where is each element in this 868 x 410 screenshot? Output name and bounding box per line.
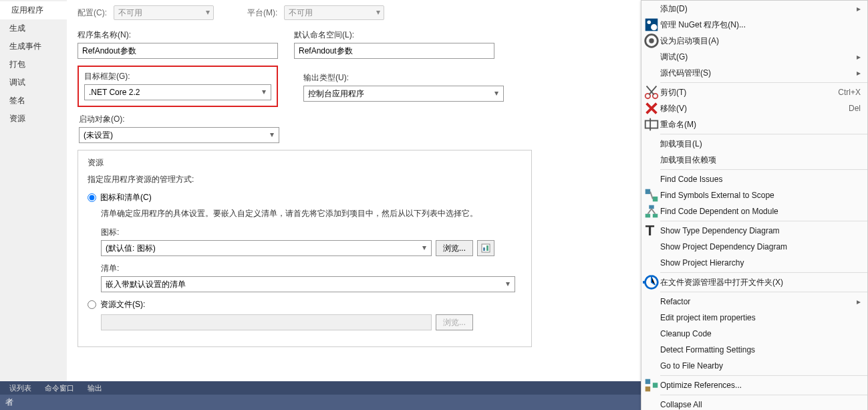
menu-item-17[interactable]: TShow Type Dependency Diagram	[641, 223, 867, 239]
submenu-arrow-icon: ▸	[857, 68, 861, 78]
menu-label: 在文件资源管理器中打开文件夹(X)	[660, 277, 861, 288]
svg-rect-15	[653, 214, 658, 218]
menu-item-8[interactable]: 重命名(M)	[641, 116, 867, 132]
menu-shortcut: Ctrl+X	[838, 88, 861, 97]
menu-item-11[interactable]: 加载项目依赖项	[641, 152, 867, 168]
svg-rect-19	[653, 383, 658, 387]
menu-label: 源代码管理(S)	[660, 68, 857, 79]
assembly-name-label: 程序集名称(N):	[78, 29, 278, 41]
manifest-dropdown[interactable]	[101, 276, 515, 292]
left-tab-6[interactable]: 资源	[0, 110, 67, 128]
menu-item-21[interactable]: 在文件资源管理器中打开文件夹(X)	[641, 274, 867, 290]
resource-file-label: 资源文件(S):	[100, 299, 145, 310]
startup-object-dropdown[interactable]	[79, 127, 279, 143]
icon-manifest-desc: 清单确定应用程序的具体设置。要嵌入自定义清单，请首先将它添加到项目中，然后从以下…	[101, 207, 522, 220]
svg-text:T: T	[645, 222, 655, 239]
menu-label: Detect Formatting Settings	[660, 345, 861, 354]
svg-rect-12	[653, 197, 658, 201]
menu-item-25[interactable]: Cleanup Code	[641, 326, 867, 342]
svg-point-4	[647, 21, 652, 25]
menu-label: 剪切(T)	[660, 87, 838, 98]
left-tab-5[interactable]: 签名	[0, 92, 67, 110]
menu-label: Show Project Hierarchy	[660, 258, 861, 268]
output-type-label: 输出类型(U):	[303, 72, 504, 84]
default-namespace-input[interactable]	[294, 43, 494, 59]
menu-label: Show Project Dependency Diagram	[660, 242, 861, 251]
resource-file-input	[101, 314, 432, 330]
svg-rect-10	[645, 120, 658, 128]
platform-label: 平台(M):	[247, 7, 277, 19]
icon-browse-button[interactable]: 浏览...	[436, 240, 473, 256]
menu-item-1[interactable]: 管理 NuGet 程序包(N)...	[641, 17, 867, 33]
left-tab-3[interactable]: 打包	[0, 56, 67, 74]
icon-manifest-radio[interactable]	[88, 193, 96, 202]
target-framework-dropdown[interactable]	[84, 84, 271, 100]
target-framework-label: 目标框架(G):	[84, 71, 271, 82]
optimize-icon	[643, 377, 660, 394]
resource-file-browse-button: 浏览...	[436, 314, 473, 330]
bottom-tab-2[interactable]: 输出	[81, 382, 109, 395]
menu-label: Show Type Dependency Diagram	[660, 226, 861, 235]
status-left: 者	[5, 397, 13, 408]
menu-label: 管理 NuGet 程序包(N)...	[660, 19, 861, 31]
menu-item-7[interactable]: 移除(V)Del	[641, 100, 867, 116]
menu-item-31[interactable]: Collapse All	[641, 397, 867, 410]
bottom-tab-0[interactable]: 误列表	[3, 382, 38, 395]
assembly-name-input[interactable]	[78, 43, 278, 59]
menu-label: Find Code Issues	[660, 175, 861, 184]
bottom-tab-1[interactable]: 命令窗口	[38, 382, 81, 395]
icon-label: 图标:	[101, 227, 522, 238]
menu-item-3[interactable]: 调试(G)▸	[641, 49, 867, 65]
icon-dropdown[interactable]	[101, 240, 432, 256]
svg-point-7	[649, 38, 654, 43]
menu-shortcut: Del	[849, 104, 861, 113]
menu-label: 添加(D)	[660, 3, 857, 15]
svg-rect-17	[645, 379, 650, 384]
startup-object-label: 启动对象(O):	[79, 114, 279, 125]
left-tab-4[interactable]: 调试	[0, 74, 67, 92]
menu-item-2[interactable]: 设为启动项目(A)	[641, 33, 867, 49]
default-namespace-label: 默认命名空间(L):	[294, 29, 494, 41]
menu-item-26[interactable]: Detect Formatting Settings	[641, 342, 867, 358]
menu-item-23[interactable]: Refactor▸	[641, 294, 867, 310]
menu-label: 调试(G)	[660, 52, 857, 63]
menu-item-18[interactable]: Show Project Dependency Diagram	[641, 239, 867, 255]
left-tab-0[interactable]: 应用程序	[0, 1, 67, 19]
left-tab-2[interactable]: 生成事件	[0, 37, 67, 56]
menu-item-15[interactable]: Find Code Dependent on Module	[641, 203, 867, 219]
menu-item-0[interactable]: 添加(D)▸	[641, 1, 867, 17]
submenu-arrow-icon: ▸	[857, 4, 861, 13]
svg-rect-1	[483, 247, 485, 251]
resource-file-radio[interactable]	[88, 300, 96, 309]
menu-item-10[interactable]: 卸载项目(L)	[641, 136, 867, 152]
target-framework-highlight: 目标框架(G):	[78, 66, 278, 107]
svg-rect-18	[645, 387, 650, 391]
left-tab-1[interactable]: 生成	[0, 19, 67, 37]
menu-item-29[interactable]: Optimize References...	[641, 377, 867, 393]
context-menu: 添加(D)▸管理 NuGet 程序包(N)...设为启动项目(A)调试(G)▸源…	[641, 0, 868, 410]
rename-icon	[643, 116, 660, 133]
menu-label: 重命名(M)	[660, 119, 861, 130]
submenu-arrow-icon: ▸	[857, 297, 861, 306]
menu-item-4[interactable]: 源代码管理(S)▸	[641, 65, 867, 81]
menu-label: 卸载项目(L)	[660, 138, 861, 150]
menu-item-27[interactable]: Go to File Nearby	[641, 358, 867, 374]
resources-group: 资源 指定应用程序资源的管理方式: 图标和清单(C) 清单确定应用程序的具体设置…	[78, 150, 532, 347]
gear-icon	[643, 32, 660, 49]
remove-icon	[643, 100, 660, 117]
output-type-dropdown[interactable]	[303, 86, 504, 102]
menu-item-24[interactable]: Edit project item properties	[641, 310, 867, 326]
icon-manifest-label: 图标和清单(C)	[100, 192, 152, 203]
menu-item-19[interactable]: Show Project Hierarchy	[641, 255, 867, 271]
menu-item-14[interactable]: Find Symbols External to Scope	[641, 187, 867, 203]
manifest-label: 清单:	[101, 263, 522, 274]
svg-rect-11	[645, 189, 650, 194]
svg-rect-0	[482, 244, 490, 252]
find-ext-icon	[643, 187, 660, 204]
menu-label: Edit project item properties	[660, 313, 861, 322]
menu-item-6[interactable]: 剪切(T)Ctrl+X	[641, 84, 867, 100]
menu-label: Go to File Nearby	[660, 361, 861, 371]
menu-label: Refactor	[660, 297, 857, 306]
menu-item-13[interactable]: Find Code Issues	[641, 171, 867, 187]
menu-label: Collapse All	[660, 400, 861, 409]
